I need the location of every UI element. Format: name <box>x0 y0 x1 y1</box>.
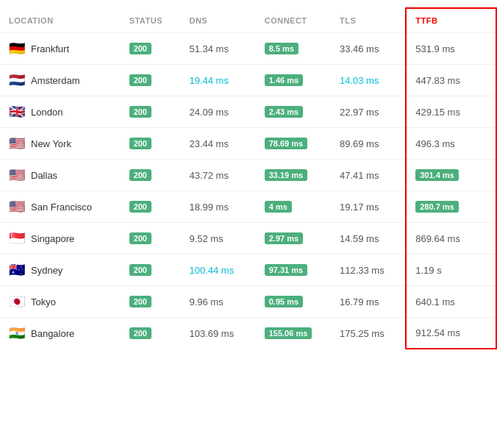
table-row: 🇺🇸 Dallas 20043.72 ms33.19 ms47.41 ms301… <box>0 160 496 191</box>
dns-value: 103.69 ms <box>189 328 234 339</box>
status-badge: 200 <box>129 43 151 54</box>
cell-location: 🇳🇱 Amsterdam <box>0 65 121 96</box>
table-row: 🇩🇪 Frankfurt 20051.34 ms8.5 ms33.46 ms53… <box>0 33 496 65</box>
cell-location: 🇺🇸 San Francisco <box>0 191 121 223</box>
cell-dns: 51.34 ms <box>180 33 255 65</box>
flag-icon: 🇦🇺 <box>9 263 25 277</box>
col-header-status: STATUS <box>121 8 181 33</box>
cell-tls: 22.97 ms <box>331 96 406 128</box>
table-row: 🇳🇱 Amsterdam 20019.44 ms1.46 ms14.03 ms4… <box>0 65 496 96</box>
location-name: Bangalore <box>31 328 74 339</box>
tls-value: 19.17 ms <box>340 202 379 213</box>
cell-dns: 18.99 ms <box>180 191 255 223</box>
cell-dns: 100.44 ms <box>180 255 255 286</box>
cell-tls: 89.69 ms <box>331 128 406 160</box>
cell-tls: 112.33 ms <box>331 255 406 286</box>
cell-location: 🇦🇺 Sydney <box>0 255 121 286</box>
status-badge: 200 <box>129 327 151 339</box>
cell-status: 200 <box>121 65 181 96</box>
status-badge: 200 <box>129 264 151 276</box>
connect-badge: 78.69 ms <box>265 138 307 149</box>
table-row: 🇺🇸 New York 20023.44 ms78.69 ms89.69 ms4… <box>0 128 496 160</box>
ttfb-value: 531.9 ms <box>415 43 454 54</box>
connect-badge: 4 ms <box>265 201 292 213</box>
dns-value: 24.09 ms <box>189 107 228 118</box>
flag-icon: 🇸🇬 <box>9 232 25 245</box>
cell-connect: 8.5 ms <box>256 33 331 65</box>
status-badge: 200 <box>129 296 151 307</box>
col-header-tls: TLS <box>331 8 406 33</box>
status-badge: 200 <box>129 138 151 149</box>
cell-location: 🇩🇪 Frankfurt <box>0 33 121 65</box>
flag-icon: 🇳🇱 <box>9 74 25 87</box>
cell-ttfb: 531.9 ms <box>406 33 496 65</box>
cell-ttfb: 429.15 ms <box>406 96 496 128</box>
cell-ttfb: 912.54 ms <box>406 318 496 349</box>
tls-value: 14.03 ms <box>340 75 379 86</box>
col-header-location: LOCATION <box>0 8 121 33</box>
cell-ttfb: 280.7 ms <box>406 191 496 223</box>
dns-value: 9.96 ms <box>189 296 223 307</box>
location-name: Tokyo <box>31 296 56 307</box>
dns-value: 23.44 ms <box>189 138 228 149</box>
cell-ttfb: 869.64 ms <box>406 223 496 255</box>
cell-location: 🇮🇳 Bangalore <box>0 318 121 349</box>
ttfb-value: 447.83 ms <box>415 75 460 86</box>
cell-dns: 9.52 ms <box>180 223 255 255</box>
dns-value: 19.44 ms <box>189 75 228 86</box>
dns-value: 43.72 ms <box>189 170 228 181</box>
cell-tls: 16.79 ms <box>331 286 406 318</box>
flag-icon: 🇯🇵 <box>9 295 25 308</box>
cell-location: 🇺🇸 New York <box>0 128 121 160</box>
flag-icon: 🇬🇧 <box>9 105 25 118</box>
col-header-ttfb: TTFB <box>406 8 496 33</box>
cell-connect: 0.95 ms <box>256 286 331 318</box>
cell-connect: 33.19 ms <box>256 160 331 191</box>
dns-value: 51.34 ms <box>189 43 228 54</box>
status-badge: 200 <box>129 201 151 213</box>
table-row: 🇦🇺 Sydney 200100.44 ms97.31 ms112.33 ms1… <box>0 255 496 286</box>
cell-dns: 23.44 ms <box>180 128 255 160</box>
table-row: 🇺🇸 San Francisco 20018.99 ms4 ms19.17 ms… <box>0 191 496 223</box>
cell-status: 200 <box>121 286 181 318</box>
location-name: San Francisco <box>31 202 92 213</box>
cell-status: 200 <box>121 318 181 349</box>
tls-value: 112.33 ms <box>340 265 385 276</box>
cell-tls: 47.41 ms <box>331 160 406 191</box>
location-name: New York <box>31 138 71 149</box>
ttfb-badge: 280.7 ms <box>415 201 458 213</box>
status-badge: 200 <box>129 106 151 118</box>
cell-tls: 175.25 ms <box>331 318 406 349</box>
cell-connect: 97.31 ms <box>256 255 331 286</box>
cell-connect: 1.46 ms <box>256 65 331 96</box>
cell-ttfb: 1.19 s <box>406 255 496 286</box>
location-name: Amsterdam <box>31 75 79 86</box>
flag-icon: 🇩🇪 <box>9 42 25 55</box>
cell-status: 200 <box>121 160 181 191</box>
ttfb-value: 869.64 ms <box>415 233 460 244</box>
connect-badge: 8.5 ms <box>265 43 298 54</box>
cell-location: 🇬🇧 London <box>0 96 121 128</box>
ttfb-value: 429.15 ms <box>415 107 460 118</box>
ttfb-value: 640.1 ms <box>415 296 454 307</box>
tls-value: 175.25 ms <box>340 328 385 339</box>
cell-dns: 24.09 ms <box>180 96 255 128</box>
cell-tls: 14.03 ms <box>331 65 406 96</box>
ttfb-badge: 301.4 ms <box>415 169 458 181</box>
connect-badge: 2.97 ms <box>265 232 303 244</box>
ttfb-value: 912.54 ms <box>415 327 460 338</box>
dns-value: 9.52 ms <box>189 233 223 244</box>
cell-status: 200 <box>121 128 181 160</box>
col-header-dns: DNS <box>180 8 255 33</box>
cell-ttfb: 447.83 ms <box>406 65 496 96</box>
ttfb-value: 1.19 s <box>415 265 441 276</box>
col-header-connect: CONNECT <box>256 8 331 33</box>
dns-value: 100.44 ms <box>189 265 234 276</box>
cell-dns: 19.44 ms <box>180 65 255 96</box>
table-row: 🇮🇳 Bangalore 200103.69 ms155.06 ms175.25… <box>0 318 496 349</box>
flag-icon: 🇺🇸 <box>9 168 25 182</box>
connect-badge: 155.06 ms <box>265 327 312 339</box>
cell-connect: 4 ms <box>256 191 331 223</box>
cell-connect: 2.43 ms <box>256 96 331 128</box>
cell-status: 200 <box>121 223 181 255</box>
